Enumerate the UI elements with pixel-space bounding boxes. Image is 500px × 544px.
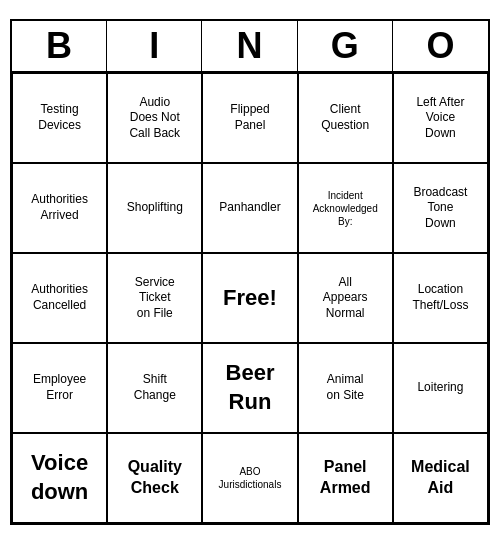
cell-text-8: Incident Acknowledged By: [313,189,378,228]
bingo-cell-11: Service Ticket on File [107,253,202,343]
cell-text-5: Authorities Arrived [31,192,88,223]
bingo-cell-8: Incident Acknowledged By: [298,163,393,253]
cell-text-7: Panhandler [219,200,280,216]
bingo-cell-12: Free! [202,253,297,343]
cell-text-17: Beer Run [226,359,275,416]
bingo-cell-14: Location Theft/Loss [393,253,488,343]
cell-text-12: Free! [223,284,277,313]
bingo-cell-1: Audio Does Not Call Back [107,73,202,163]
cell-text-15: Employee Error [33,372,86,403]
bingo-cell-10: Authorities Cancelled [12,253,107,343]
cell-text-0: Testing Devices [38,102,81,133]
bingo-cell-3: Client Question [298,73,393,163]
cell-text-19: Loitering [417,380,463,396]
cell-text-22: ABO Jurisdictionals [219,465,282,491]
bingo-cell-6: Shoplifting [107,163,202,253]
bingo-cell-0: Testing Devices [12,73,107,163]
bingo-cell-21: Quality Check [107,433,202,523]
cell-text-10: Authorities Cancelled [31,282,88,313]
bingo-cell-19: Loitering [393,343,488,433]
cell-text-4: Left After Voice Down [416,95,464,142]
cell-text-14: Location Theft/Loss [412,282,468,313]
cell-text-13: All Appears Normal [323,275,368,322]
bingo-cell-18: Animal on Site [298,343,393,433]
bingo-cell-15: Employee Error [12,343,107,433]
bingo-header: BINGO [12,21,488,73]
cell-text-23: Panel Armed [320,457,371,499]
bingo-cell-22: ABO Jurisdictionals [202,433,297,523]
bingo-cell-2: Flipped Panel [202,73,297,163]
cell-text-21: Quality Check [128,457,182,499]
bingo-cell-5: Authorities Arrived [12,163,107,253]
bingo-grid: Testing DevicesAudio Does Not Call BackF… [12,73,488,523]
bingo-cell-7: Panhandler [202,163,297,253]
header-letter-o: O [393,21,488,71]
bingo-cell-16: Shift Change [107,343,202,433]
cell-text-3: Client Question [321,102,369,133]
header-letter-b: B [12,21,107,71]
bingo-cell-13: All Appears Normal [298,253,393,343]
cell-text-18: Animal on Site [327,372,364,403]
cell-text-2: Flipped Panel [230,102,269,133]
cell-text-16: Shift Change [134,372,176,403]
bingo-cell-20: Voice down [12,433,107,523]
cell-text-1: Audio Does Not Call Back [129,95,180,142]
cell-text-24: Medical Aid [411,457,470,499]
bingo-cell-9: Broadcast Tone Down [393,163,488,253]
bingo-cell-17: Beer Run [202,343,297,433]
cell-text-11: Service Ticket on File [135,275,175,322]
bingo-cell-23: Panel Armed [298,433,393,523]
cell-text-9: Broadcast Tone Down [413,185,467,232]
bingo-cell-4: Left After Voice Down [393,73,488,163]
cell-text-6: Shoplifting [127,200,183,216]
bingo-card: BINGO Testing DevicesAudio Does Not Call… [10,19,490,525]
bingo-cell-24: Medical Aid [393,433,488,523]
header-letter-n: N [202,21,297,71]
header-letter-i: I [107,21,202,71]
cell-text-20: Voice down [31,449,88,506]
header-letter-g: G [298,21,393,71]
